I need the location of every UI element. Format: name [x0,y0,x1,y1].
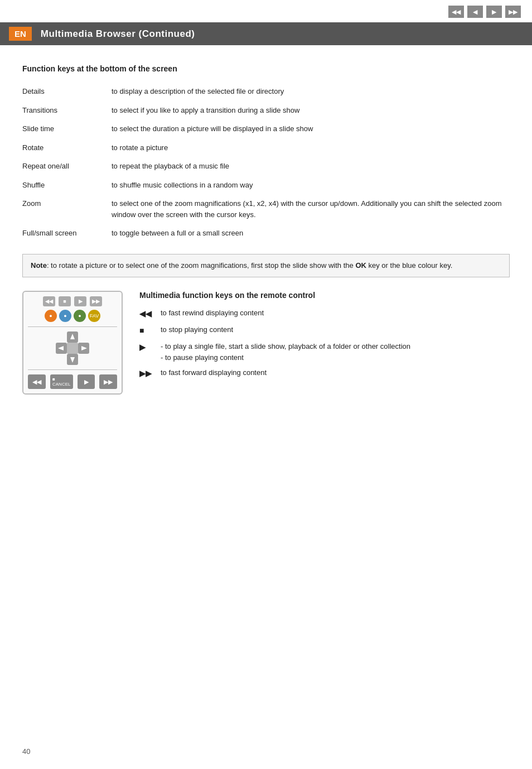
remote-rw-btn: ◀◀ [43,296,55,306]
list-item: ■ to stop playing content [139,324,510,337]
list-item: ▶ - to play a single file, start a slide… [139,341,510,363]
remote-section: ◀◀ ■ ▶ ▶▶ ● ● ● FAV [22,291,510,395]
key-desc: to select one of the zoom magnifications… [112,194,510,224]
remote-top-row: ◀◀ ■ ▶ ▶▶ [28,296,117,306]
remote-circle-green: ● [74,310,86,322]
key-name: Slide time [22,119,112,138]
remote-ff-top-btn: ▶▶ [90,296,102,306]
key-name: Full/small screen [22,224,112,243]
media-desc: - to play a single file, start a slide s… [161,341,510,363]
list-item: ◀◀ to fast rewind displaying content [139,307,510,320]
key-name: Repeat one/all [22,157,112,176]
multimedia-section: Multimedia function keys on the remote c… [139,291,510,384]
section1-heading: Function keys at the bottom of the scree… [22,64,510,73]
forward-button[interactable]: ▶ [486,6,502,18]
remote-divider2 [28,369,117,370]
key-name: Rotate [22,138,112,157]
header-bar: EN Multimedia Browser (Continued) [0,22,532,45]
page-number: 40 [22,747,30,756]
key-desc: to select if you like to apply a transit… [112,101,510,120]
dpad-svg [56,331,89,365]
remote-bottom-play: ▶ [78,374,95,389]
remote-circle-blue: ● [59,310,71,322]
svg-rect-4 [67,343,78,354]
remote-circle-yellow: FAV [88,310,100,322]
key-name: Details [22,82,112,101]
table-row: Details to display a description of the … [22,82,510,101]
remote-bottom-rw: ◀◀ [28,374,46,389]
table-row: Repeat one/all to repeat the playback of… [22,157,510,176]
key-desc: to rotate a picture [112,138,510,157]
remote-play-top-btn: ▶ [74,296,86,306]
note-text2: key or the blue colour key. [366,261,452,270]
note-text: : to rotate a picture or to select one o… [47,261,356,270]
main-content: Function keys at the bottom of the scree… [0,45,532,417]
list-item: ▶▶ to fast forward displaying content [139,367,510,379]
media-desc: to fast rewind displaying content [161,307,510,319]
back-button[interactable]: ◀ [467,6,483,18]
rewind-button[interactable]: ◀◀ [448,6,464,18]
key-name: Shuffle [22,176,112,195]
remote-joystick [28,331,117,365]
key-desc: to select the duration a picture will be… [112,119,510,138]
language-badge: EN [9,27,32,41]
function-keys-table: Details to display a description of the … [22,82,510,243]
media-desc: to stop playing content [161,324,510,335]
page-title: Multimedia Browser (Continued) [41,28,195,40]
key-name: Transitions [22,101,112,120]
top-nav: ◀◀ ◀ ▶ ▶▶ [448,6,521,18]
fast-forward-button[interactable]: ▶▶ [505,6,521,18]
media-icon: ▶ [139,342,156,353]
remote-circle-orange: ● [45,310,57,322]
table-row: Zoom to select one of the zoom magnifica… [22,194,510,224]
remote-color-row: ● ● ● FAV [28,310,117,322]
media-keys-list: ◀◀ to fast rewind displaying content ■ t… [139,307,510,379]
table-row: Slide time to select the duration a pict… [22,119,510,138]
media-desc: to fast forward displaying content [161,367,510,378]
section2-heading: Multimedia function keys on the remote c… [139,291,510,300]
remote-bottom-btns: ◀◀ ■CANCEL ▶ ▶▶ [28,374,117,389]
key-name: Zoom [22,194,112,224]
key-desc: to display a description of the selected… [112,82,510,101]
note-box: Note: to rotate a picture or to select o… [22,254,510,278]
remote-graphic: ◀◀ ■ ▶ ▶▶ ● ● ● FAV [22,291,123,395]
key-desc: to toggle between a full or a small scre… [112,224,510,243]
remote-divider [28,326,117,327]
media-icon: ■ [139,325,156,337]
media-icon: ▶▶ [139,368,156,379]
remote-stop-btn: ■ [59,296,71,306]
table-row: Shuffle to shuffle music collections in … [22,176,510,195]
note-label: Note [31,261,47,270]
remote-bottom-stop: ■CANCEL [50,374,73,389]
media-icon: ◀◀ [139,308,156,320]
key-desc: to repeat the playback of a music file [112,157,510,176]
table-row: Full/small screen to toggle between a fu… [22,224,510,243]
table-row: Rotate to rotate a picture [22,138,510,157]
remote-bottom-ff: ▶▶ [99,374,117,389]
note-ok: OK [355,261,366,270]
key-desc: to shuffle music collections in a random… [112,176,510,195]
table-row: Transitions to select if you like to app… [22,101,510,120]
